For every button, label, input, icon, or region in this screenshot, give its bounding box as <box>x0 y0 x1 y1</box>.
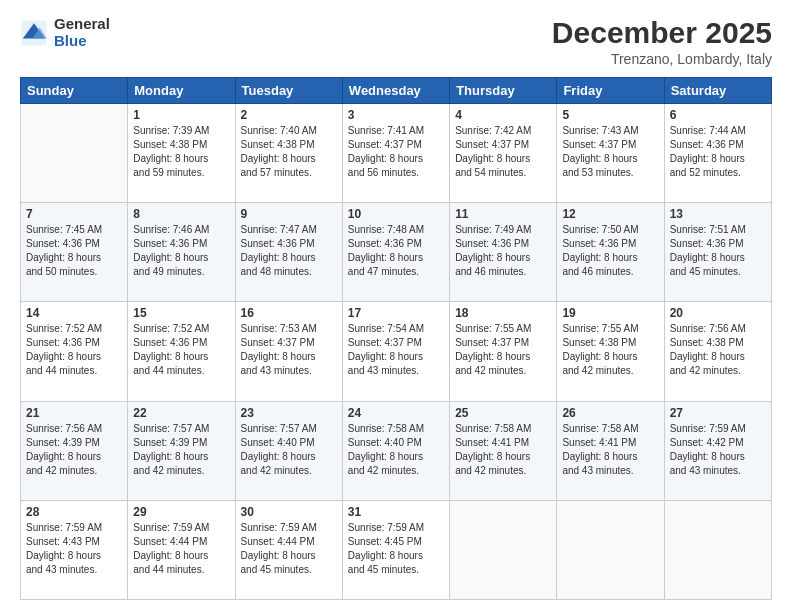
day-info: Sunrise: 7:44 AM Sunset: 4:36 PM Dayligh… <box>670 124 766 180</box>
col-thursday: Thursday <box>450 78 557 104</box>
day-number: 20 <box>670 306 766 320</box>
day-number: 15 <box>133 306 229 320</box>
day-info: Sunrise: 7:59 AM Sunset: 4:44 PM Dayligh… <box>133 521 229 577</box>
day-number: 18 <box>455 306 551 320</box>
header: General Blue December 2025 Trenzano, Lom… <box>20 16 772 67</box>
logo-icon <box>20 19 48 47</box>
table-row: 3Sunrise: 7:41 AM Sunset: 4:37 PM Daylig… <box>342 104 449 203</box>
logo-blue: Blue <box>54 33 110 50</box>
day-number: 17 <box>348 306 444 320</box>
table-row: 9Sunrise: 7:47 AM Sunset: 4:36 PM Daylig… <box>235 203 342 302</box>
logo-text: General Blue <box>54 16 110 49</box>
day-number: 28 <box>26 505 122 519</box>
day-number: 14 <box>26 306 122 320</box>
logo: General Blue <box>20 16 110 49</box>
table-row: 10Sunrise: 7:48 AM Sunset: 4:36 PM Dayli… <box>342 203 449 302</box>
day-info: Sunrise: 7:58 AM Sunset: 4:41 PM Dayligh… <box>562 422 658 478</box>
location: Trenzano, Lombardy, Italy <box>552 51 772 67</box>
day-number: 9 <box>241 207 337 221</box>
day-info: Sunrise: 7:47 AM Sunset: 4:36 PM Dayligh… <box>241 223 337 279</box>
day-number: 10 <box>348 207 444 221</box>
table-row <box>664 500 771 599</box>
table-row: 11Sunrise: 7:49 AM Sunset: 4:36 PM Dayli… <box>450 203 557 302</box>
day-number: 13 <box>670 207 766 221</box>
col-tuesday: Tuesday <box>235 78 342 104</box>
month-title: December 2025 <box>552 16 772 49</box>
table-row: 24Sunrise: 7:58 AM Sunset: 4:40 PM Dayli… <box>342 401 449 500</box>
table-row <box>557 500 664 599</box>
day-number: 30 <box>241 505 337 519</box>
day-number: 4 <box>455 108 551 122</box>
day-info: Sunrise: 7:58 AM Sunset: 4:40 PM Dayligh… <box>348 422 444 478</box>
day-number: 8 <box>133 207 229 221</box>
day-info: Sunrise: 7:58 AM Sunset: 4:41 PM Dayligh… <box>455 422 551 478</box>
table-row: 13Sunrise: 7:51 AM Sunset: 4:36 PM Dayli… <box>664 203 771 302</box>
table-row <box>21 104 128 203</box>
calendar-week-row: 1Sunrise: 7:39 AM Sunset: 4:38 PM Daylig… <box>21 104 772 203</box>
day-number: 5 <box>562 108 658 122</box>
day-number: 26 <box>562 406 658 420</box>
table-row: 23Sunrise: 7:57 AM Sunset: 4:40 PM Dayli… <box>235 401 342 500</box>
day-number: 27 <box>670 406 766 420</box>
table-row: 19Sunrise: 7:55 AM Sunset: 4:38 PM Dayli… <box>557 302 664 401</box>
table-row: 17Sunrise: 7:54 AM Sunset: 4:37 PM Dayli… <box>342 302 449 401</box>
day-info: Sunrise: 7:40 AM Sunset: 4:38 PM Dayligh… <box>241 124 337 180</box>
day-info: Sunrise: 7:52 AM Sunset: 4:36 PM Dayligh… <box>133 322 229 378</box>
day-number: 22 <box>133 406 229 420</box>
day-info: Sunrise: 7:59 AM Sunset: 4:45 PM Dayligh… <box>348 521 444 577</box>
table-row: 29Sunrise: 7:59 AM Sunset: 4:44 PM Dayli… <box>128 500 235 599</box>
table-row: 2Sunrise: 7:40 AM Sunset: 4:38 PM Daylig… <box>235 104 342 203</box>
calendar-week-row: 14Sunrise: 7:52 AM Sunset: 4:36 PM Dayli… <box>21 302 772 401</box>
calendar-table: Sunday Monday Tuesday Wednesday Thursday… <box>20 77 772 600</box>
day-info: Sunrise: 7:57 AM Sunset: 4:39 PM Dayligh… <box>133 422 229 478</box>
calendar-week-row: 7Sunrise: 7:45 AM Sunset: 4:36 PM Daylig… <box>21 203 772 302</box>
day-number: 12 <box>562 207 658 221</box>
day-info: Sunrise: 7:51 AM Sunset: 4:36 PM Dayligh… <box>670 223 766 279</box>
table-row: 31Sunrise: 7:59 AM Sunset: 4:45 PM Dayli… <box>342 500 449 599</box>
table-row: 28Sunrise: 7:59 AM Sunset: 4:43 PM Dayli… <box>21 500 128 599</box>
table-row: 27Sunrise: 7:59 AM Sunset: 4:42 PM Dayli… <box>664 401 771 500</box>
day-info: Sunrise: 7:56 AM Sunset: 4:38 PM Dayligh… <box>670 322 766 378</box>
table-row: 26Sunrise: 7:58 AM Sunset: 4:41 PM Dayli… <box>557 401 664 500</box>
day-number: 6 <box>670 108 766 122</box>
day-info: Sunrise: 7:55 AM Sunset: 4:37 PM Dayligh… <box>455 322 551 378</box>
calendar-week-row: 21Sunrise: 7:56 AM Sunset: 4:39 PM Dayli… <box>21 401 772 500</box>
day-number: 25 <box>455 406 551 420</box>
day-info: Sunrise: 7:54 AM Sunset: 4:37 PM Dayligh… <box>348 322 444 378</box>
col-monday: Monday <box>128 78 235 104</box>
table-row: 18Sunrise: 7:55 AM Sunset: 4:37 PM Dayli… <box>450 302 557 401</box>
day-info: Sunrise: 7:48 AM Sunset: 4:36 PM Dayligh… <box>348 223 444 279</box>
table-row: 7Sunrise: 7:45 AM Sunset: 4:36 PM Daylig… <box>21 203 128 302</box>
day-info: Sunrise: 7:39 AM Sunset: 4:38 PM Dayligh… <box>133 124 229 180</box>
day-number: 1 <box>133 108 229 122</box>
table-row: 8Sunrise: 7:46 AM Sunset: 4:36 PM Daylig… <box>128 203 235 302</box>
day-number: 7 <box>26 207 122 221</box>
table-row: 21Sunrise: 7:56 AM Sunset: 4:39 PM Dayli… <box>21 401 128 500</box>
table-row: 20Sunrise: 7:56 AM Sunset: 4:38 PM Dayli… <box>664 302 771 401</box>
logo-general: General <box>54 16 110 33</box>
day-info: Sunrise: 7:53 AM Sunset: 4:37 PM Dayligh… <box>241 322 337 378</box>
day-number: 16 <box>241 306 337 320</box>
col-friday: Friday <box>557 78 664 104</box>
day-number: 11 <box>455 207 551 221</box>
table-row <box>450 500 557 599</box>
col-saturday: Saturday <box>664 78 771 104</box>
day-number: 24 <box>348 406 444 420</box>
day-info: Sunrise: 7:56 AM Sunset: 4:39 PM Dayligh… <box>26 422 122 478</box>
day-info: Sunrise: 7:59 AM Sunset: 4:44 PM Dayligh… <box>241 521 337 577</box>
day-info: Sunrise: 7:55 AM Sunset: 4:38 PM Dayligh… <box>562 322 658 378</box>
day-info: Sunrise: 7:41 AM Sunset: 4:37 PM Dayligh… <box>348 124 444 180</box>
page: General Blue December 2025 Trenzano, Lom… <box>0 0 792 612</box>
day-info: Sunrise: 7:59 AM Sunset: 4:43 PM Dayligh… <box>26 521 122 577</box>
day-info: Sunrise: 7:57 AM Sunset: 4:40 PM Dayligh… <box>241 422 337 478</box>
day-info: Sunrise: 7:50 AM Sunset: 4:36 PM Dayligh… <box>562 223 658 279</box>
col-sunday: Sunday <box>21 78 128 104</box>
day-info: Sunrise: 7:45 AM Sunset: 4:36 PM Dayligh… <box>26 223 122 279</box>
table-row: 30Sunrise: 7:59 AM Sunset: 4:44 PM Dayli… <box>235 500 342 599</box>
table-row: 15Sunrise: 7:52 AM Sunset: 4:36 PM Dayli… <box>128 302 235 401</box>
day-info: Sunrise: 7:46 AM Sunset: 4:36 PM Dayligh… <box>133 223 229 279</box>
table-row: 22Sunrise: 7:57 AM Sunset: 4:39 PM Dayli… <box>128 401 235 500</box>
table-row: 12Sunrise: 7:50 AM Sunset: 4:36 PM Dayli… <box>557 203 664 302</box>
table-row: 6Sunrise: 7:44 AM Sunset: 4:36 PM Daylig… <box>664 104 771 203</box>
day-info: Sunrise: 7:52 AM Sunset: 4:36 PM Dayligh… <box>26 322 122 378</box>
